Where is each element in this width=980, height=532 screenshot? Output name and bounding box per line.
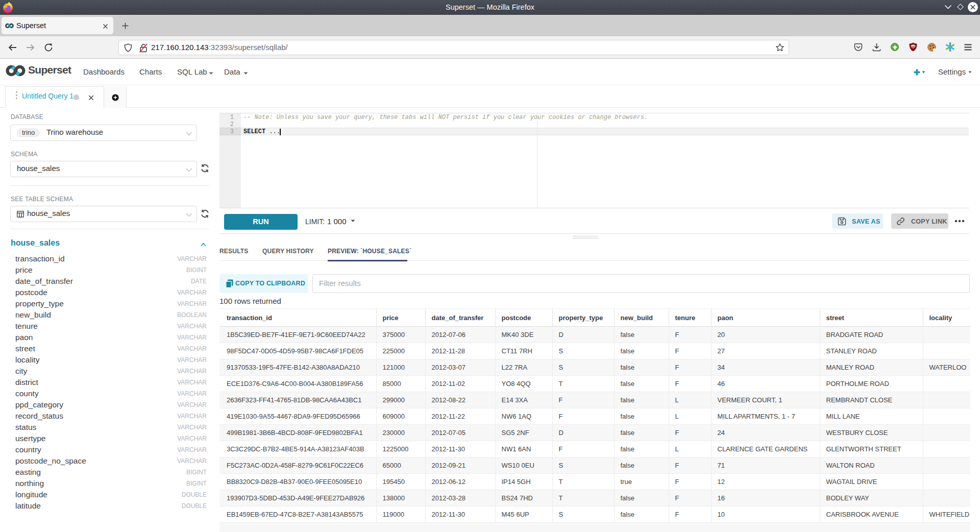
svg-text:uo: uo bbox=[911, 44, 916, 49]
